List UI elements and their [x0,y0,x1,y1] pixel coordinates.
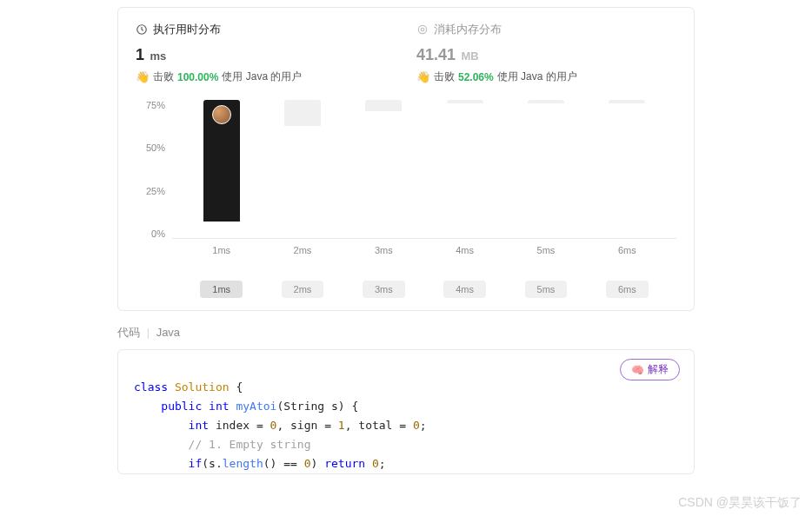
pill-slot: 6ms [587,281,668,298]
bar[interactable] [284,100,321,126]
runtime-beat-pct: 100.00% [177,71,218,83]
memory-unit: MB [462,50,479,63]
memory-title: 消耗内存分布 [416,22,676,37]
user-avatar [212,105,231,124]
memory-suffix: 使用 Java 的用户 [497,69,577,84]
pill-slot: 5ms [505,281,586,298]
pill-slot: 1ms [181,281,262,298]
svg-point-2 [421,28,424,31]
memory-value: 41.41 MB [416,46,676,64]
code-block: class Solution { public int myAtoi(Strin… [134,378,678,473]
pill-row: 1ms2ms3ms4ms5ms6ms [172,281,676,298]
runtime-suffix: 使用 Java 的用户 [222,69,302,84]
x-label: 4ms [456,245,474,255]
bar[interactable] [365,100,402,111]
bar[interactable] [447,100,483,103]
pill-slot: 4ms [424,281,505,298]
section-code: 代码 [117,326,140,339]
runtime-value: 1 ms [136,46,396,64]
section-lang: Java [156,326,180,339]
runtime-chart: 75% 50% 25% 0% 1ms2ms3ms4ms5ms6ms [136,100,676,256]
memory-icon [416,23,429,36]
bar-slot[interactable]: 4ms [424,100,505,238]
section-label: 代码 | Java [117,325,695,341]
bar-slot[interactable]: 6ms [587,100,668,238]
runtime-block[interactable]: 执行用时分布 1 ms 👋 击败 100.00% 使用 Java 的用户 [136,22,396,84]
time-pill[interactable]: 6ms [606,281,649,298]
bar-slot[interactable]: 3ms [343,100,424,238]
separator: | [147,326,150,339]
time-pill[interactable]: 4ms [443,281,486,298]
bar[interactable] [609,100,645,103]
runtime-unit: ms [150,50,166,63]
svg-point-1 [418,25,426,33]
memory-beat-label: 击败 [434,69,455,84]
explain-button[interactable]: 🧠 解释 [620,359,680,380]
clap-icon: 👋 [136,70,150,83]
runtime-title-text: 执行用时分布 [153,22,221,37]
x-label: 2ms [294,245,312,255]
y-axis: 75% 50% 25% 0% [136,100,172,239]
stats-card: 执行用时分布 1 ms 👋 击败 100.00% 使用 Java 的用户 消耗内… [117,7,695,311]
bar-slot[interactable]: 5ms [505,100,586,238]
runtime-sub: 👋 击败 100.00% 使用 Java 的用户 [136,69,396,84]
time-pill[interactable]: 1ms [200,281,243,298]
memory-beat-pct: 52.06% [458,71,494,83]
clap-icon: 👋 [416,70,430,83]
stats-row: 执行用时分布 1 ms 👋 击败 100.00% 使用 Java 的用户 消耗内… [136,22,676,84]
x-label: 3ms [375,245,393,255]
x-label: 1ms [212,245,230,255]
pill-slot: 2ms [262,281,343,298]
time-pill[interactable]: 5ms [525,281,568,298]
ytick: 75% [146,100,165,110]
watermark: CSDN @昊昊该干饭了 [678,495,802,511]
bar-slot[interactable]: 1ms [181,100,262,238]
time-pill[interactable]: 2ms [282,281,324,298]
ytick: 0% [151,228,165,239]
memory-num: 41.41 [416,46,456,63]
memory-sub: 👋 击败 52.06% 使用 Java 的用户 [416,69,676,84]
bar[interactable] [528,100,564,103]
clock-icon [136,23,148,36]
time-pill[interactable]: 3ms [363,281,405,298]
ytick: 25% [146,186,165,196]
runtime-title: 执行用时分布 [136,22,396,37]
bar-slot[interactable]: 2ms [262,100,343,238]
plot-area: 1ms2ms3ms4ms5ms6ms [172,100,676,239]
bar[interactable] [203,100,240,222]
ytick: 50% [146,142,165,153]
brain-icon: 🧠 [631,364,644,376]
runtime-beat-label: 击败 [153,69,174,84]
x-label: 5ms [537,245,556,255]
memory-block[interactable]: 消耗内存分布 41.41 MB 👋 击败 52.06% 使用 Java 的用户 [416,22,676,84]
code-card: 🧠 解释 class Solution { public int myAtoi(… [117,349,695,474]
pill-slot: 3ms [343,281,424,298]
runtime-num: 1 [136,46,144,63]
explain-label: 解释 [648,362,669,377]
x-label: 6ms [618,245,636,255]
memory-title-text: 消耗内存分布 [434,22,502,37]
